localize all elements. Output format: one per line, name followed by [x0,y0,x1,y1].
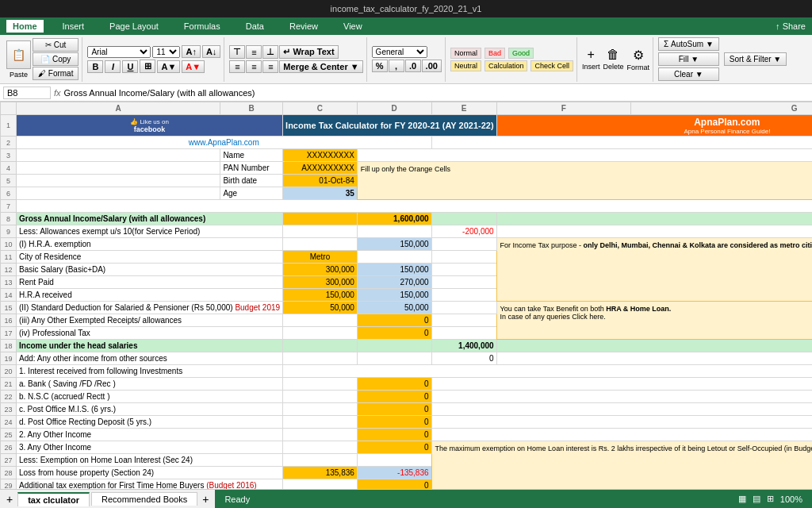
post-office-mis-d[interactable]: 0 [357,403,431,416]
add-sheet-button[interactable]: + [3,493,16,506]
fill-color-button[interactable]: A▼ [157,60,180,73]
copy-button[interactable]: 📄 Copy [33,52,79,66]
post-office-mis-label: c. Post Office M.I.S. (6 yrs.) [17,403,283,416]
city-value[interactable]: Metro [283,251,358,264]
delete-label[interactable]: Delete [603,63,623,71]
first-time-buyer-d[interactable]: 0 [357,479,431,490]
name-value[interactable]: XXXXXXXXX [283,149,358,162]
number-format-select[interactable]: General [372,46,427,58]
neutral-style: Neutral [450,60,481,71]
gross-income-d[interactable]: 1,600,000 [357,213,431,225]
autosum-button[interactable]: Σ AutoSum ▼ [658,37,719,51]
underline-button[interactable]: U [122,60,138,73]
cut-button[interactable]: ✂ Cut [33,38,79,52]
row-29-header: 29 [1,479,17,490]
ribbon-tab-formulas[interactable]: Formulas [178,20,227,33]
ribbon-tab-insert[interactable]: Insert [56,20,91,33]
hra-callout: You can take Tax Benefit on both HRA & H… [496,302,812,340]
loss-property-c[interactable]: 135,836 [283,467,358,479]
align-right-button[interactable]: ≡ [262,60,278,73]
align-middle-button[interactable]: ≡ [246,45,262,59]
ribbon-tab-home[interactable]: Home [6,20,44,33]
row-24: 24 d. Post Office Recting Deposit (5 yrs… [1,416,813,429]
row-21-rest [431,378,812,391]
other-income-2-d[interactable]: 0 [357,429,431,441]
sheet-tab-books[interactable]: Recommended Books [91,492,197,506]
align-center-button[interactable]: ≡ [246,60,262,73]
col-header-c: C [283,102,358,115]
align-bottom-button[interactable]: ⊥ [262,45,278,59]
font-size-select[interactable]: 11 [152,46,180,58]
row-20-rest [283,365,812,378]
cell-reference-input[interactable] [3,87,51,99]
ribbon-tab-pagelayout[interactable]: Page Layout [103,20,165,33]
percent-button[interactable]: % [372,60,388,72]
std-deduction-c[interactable]: 50,000 [283,302,358,314]
post-office-rd-d[interactable]: 0 [357,416,431,429]
hra-received-c[interactable]: 150,000 [283,289,358,302]
align-left-button[interactable]: ≡ [229,60,245,73]
bank-interest-d[interactable]: 0 [357,378,431,391]
row-21: 21 a. Bank ( Saving /FD /Rec ) 0 [1,378,813,391]
align-top-button[interactable]: ⊤ [229,45,245,59]
view-layout-icon[interactable]: ▤ [753,494,760,504]
basic-salary-c[interactable]: 300,000 [283,264,358,276]
row-18-c [283,340,358,352]
pan-value[interactable]: AXXXXXXXXX [283,162,358,175]
row-4-empty [17,162,220,175]
paste-button[interactable]: 📋 [6,40,31,69]
increase-font-button[interactable]: A↑ [182,45,200,58]
wrap-text-button[interactable]: ↵ Wrap Text [279,45,338,59]
row-24-rest [431,416,812,429]
row-5-empty [17,175,220,187]
bold-button[interactable]: B [87,60,103,73]
title-cell: Income Tax Calculator for FY 2020-21 (AY… [283,115,497,137]
row-26-header: 26 [1,441,17,454]
row-1-header: 1 [1,115,17,137]
italic-button[interactable]: I [105,60,121,73]
merge-center-button[interactable]: Merge & Center ▼ [279,60,362,73]
row-2-header: 2 [1,137,17,149]
ribbon-tab-review[interactable]: Review [283,20,324,33]
rent-c[interactable]: 300,000 [283,276,358,289]
font-family-select[interactable]: Arial [87,46,151,58]
professional-tax-d[interactable]: 0 [357,327,431,340]
font-color-button[interactable]: A▼ [182,60,205,73]
share-button[interactable]: ↑ Share [776,21,806,31]
row-8: 8 Gross Annual Income/Salary (with all a… [1,213,813,225]
row-19-rest [496,352,812,365]
row-25-rest [431,429,812,441]
ribbon-tab-data[interactable]: Data [239,20,270,33]
nsc-d[interactable]: 0 [357,391,431,403]
row-3: 3 Name XXXXXXXXX [1,149,813,162]
format-label[interactable]: Format [627,64,650,71]
decrease-decimal-button[interactable]: .00 [422,60,442,72]
add-tab-button[interactable]: + [199,493,212,506]
other-income-3-d[interactable]: 0 [357,441,431,454]
income-salaries-e: 1,400,000 [431,340,496,352]
other-exempt-d[interactable]: 0 [357,314,431,327]
view-page-break-icon[interactable]: ⊞ [767,494,774,504]
professional-tax-label: (iv) Professional Tax [17,327,283,340]
decrease-font-button[interactable]: A↓ [202,45,220,58]
birthdate-value[interactable]: 01-Oct-84 [283,175,358,187]
format-painter-button[interactable]: 🖌 Format [33,67,79,80]
increase-decimal-button[interactable]: .0 [405,60,421,72]
fill-button[interactable]: Fill ▼ [658,52,719,66]
ribbon-tab-view[interactable]: View [337,20,369,33]
comma-button[interactable]: , [389,60,404,72]
border-button[interactable]: ⊞ [140,60,155,73]
fillup-callout: Fill up only the Orange Cells [357,162,812,200]
insert-label[interactable]: Insert [582,63,600,71]
view-normal-icon[interactable]: ▦ [738,494,746,504]
gross-income-c[interactable] [283,213,358,225]
col-header-e: E [431,102,496,115]
sort-filter-button[interactable]: Sort & Filter ▼ [724,52,787,66]
row-22-header: 22 [1,391,17,403]
col-header-g: G [631,102,812,115]
sheet-tab-tax[interactable]: tax clculator [17,492,90,506]
clear-button[interactable]: Clear ▼ [658,67,719,81]
spreadsheet-table: A B C D E F G H 1 👍 Like [0,102,812,489]
title-bar: income_tax_calculator_fy_2020_21_v1 [0,0,812,17]
main-area: A B C D E F G H 1 👍 Like [0,102,812,489]
